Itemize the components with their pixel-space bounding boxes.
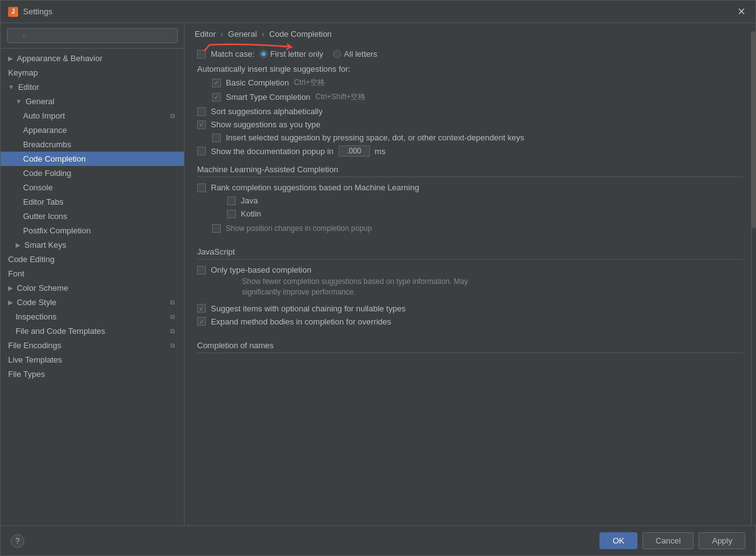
insert-selected-label: Insert selected suggestion by pressing s… — [226, 133, 524, 142]
sidebar-item-color-scheme[interactable]: ▶ Color Scheme — [1, 281, 184, 295]
sidebar-item-label: General — [26, 97, 54, 106]
sidebar-item-file-types[interactable]: File Types — [1, 367, 184, 381]
sidebar-item-smart-keys[interactable]: ▶ Smart Keys — [1, 238, 184, 252]
sidebar-item-label: Code Folding — [23, 168, 71, 178]
sidebar-item-label: Smart Keys — [24, 240, 66, 250]
sidebar-item-code-editing[interactable]: Code Editing — [1, 252, 184, 266]
js-type-based-label: Only type-based completion — [211, 265, 311, 275]
js-type-based-checkbox[interactable] — [197, 266, 206, 275]
ml-rank-checkbox[interactable] — [197, 183, 206, 192]
sidebar-item-breadcrumbs[interactable]: Breadcrumbs — [1, 137, 184, 152]
titlebar: J Settings ✕ — [1, 1, 755, 23]
show-doc-popup-label: Show the documentation popup in — [211, 147, 334, 156]
show-suggestions-row: Show suggestions as you type — [197, 118, 743, 131]
show-suggestions-checkbox[interactable] — [197, 120, 206, 129]
nav-tree: ▶ Appearance & Behavior Keymap ▼ Editor … — [1, 49, 184, 525]
sidebar-item-file-code-templates[interactable]: File and Code Templates ⧉ — [1, 324, 184, 338]
match-case-label: Match case: — [211, 49, 254, 59]
expand-method-row: Expand method bodies in completion for o… — [197, 315, 743, 328]
smart-type-checkbox[interactable] — [212, 93, 221, 102]
scrollbar-thumb[interactable] — [752, 31, 755, 228]
sidebar-item-label: File and Code Templates — [16, 326, 105, 336]
copy-icon: ⧉ — [168, 341, 177, 350]
sidebar-item-editor-tabs[interactable]: Editor Tabs — [1, 195, 184, 209]
doc-popup-value-input[interactable] — [339, 145, 370, 157]
right-panel: Editor › General › Code Completion Match… — [185, 23, 755, 525]
close-button[interactable]: ✕ — [735, 6, 748, 17]
sidebar-item-label: Breadcrumbs — [23, 140, 71, 149]
sidebar-item-appearance-behavior[interactable]: ▶ Appearance & Behavior — [1, 51, 184, 66]
action-buttons: OK Cancel Apply — [599, 532, 745, 549]
breadcrumb: Editor › General › Code Completion — [185, 23, 755, 42]
radio-first-letter-label: First letter only — [270, 49, 323, 59]
sort-alpha-checkbox[interactable] — [197, 107, 206, 116]
js-section-title: JavaScript — [197, 241, 743, 260]
apply-button[interactable]: Apply — [699, 532, 745, 549]
help-button[interactable]: ? — [11, 534, 24, 548]
search-wrapper: ⌕ — [7, 28, 178, 43]
suggest-optional-label: Suggest items with optional chaining for… — [211, 304, 405, 313]
js-type-based-row: Only type-based completion — [197, 263, 743, 276]
sidebar-item-label: Keymap — [8, 68, 38, 77]
ml-kotlin-row: Kotlin — [197, 207, 743, 220]
bottom-bar: ? OK Cancel Apply — [1, 525, 755, 555]
suggest-optional-checkbox[interactable] — [197, 304, 206, 313]
triangle-icon: ▶ — [16, 241, 21, 248]
sidebar-item-code-completion[interactable]: Code Completion — [1, 152, 184, 166]
sidebar-item-inspections[interactable]: Inspections ⧉ — [1, 310, 184, 324]
ml-rank-label: Rank completion suggestions based on Mac… — [211, 183, 419, 192]
sort-alpha-label: Sort suggestions alphabetically — [211, 107, 322, 116]
breadcrumb-part3: Code Completion — [269, 29, 331, 39]
settings-area: Match case: First letter only All letter… — [185, 42, 755, 525]
sidebar-item-label: Font — [8, 269, 24, 278]
sidebar-item-gutter-icons[interactable]: Gutter Icons — [1, 209, 184, 223]
match-case-checkbox[interactable] — [197, 50, 206, 59]
sidebar-item-code-style[interactable]: ▶ Code Style ⧉ — [1, 295, 184, 310]
expand-method-label: Expand method bodies in completion for o… — [211, 317, 391, 326]
cancel-button[interactable]: Cancel — [642, 532, 694, 549]
ml-kotlin-checkbox[interactable] — [227, 210, 236, 218]
ok-button[interactable]: OK — [599, 532, 637, 549]
scrollbar-track[interactable] — [751, 31, 755, 525]
sidebar-item-label: Appearance — [23, 125, 67, 135]
app-icon: J — [8, 7, 18, 17]
sidebar-item-auto-import[interactable]: Auto Import ⧉ — [1, 109, 184, 123]
sidebar-item-live-templates[interactable]: Live Templates — [1, 353, 184, 367]
sidebar-item-label: Editor Tabs — [23, 197, 64, 207]
sidebar-item-code-folding[interactable]: Code Folding — [1, 166, 184, 180]
sidebar-item-label: Editor — [18, 82, 39, 92]
sidebar-item-keymap[interactable]: Keymap — [1, 66, 184, 80]
ml-show-position-checkbox[interactable] — [212, 224, 221, 233]
sidebar-item-label: Code Completion — [23, 154, 85, 163]
copy-icon: ⧉ — [168, 298, 177, 307]
sidebar-item-label: Appearance & Behavior — [17, 54, 102, 63]
suggest-optional-row: Suggest items with optional chaining for… — [197, 299, 743, 315]
show-doc-popup-checkbox[interactable] — [197, 147, 206, 155]
breadcrumb-part1: Editor — [195, 29, 216, 39]
sidebar-item-file-encodings[interactable]: File Encodings ⧉ — [1, 338, 184, 353]
sidebar-item-editor[interactable]: ▼ Editor — [1, 80, 184, 94]
sidebar-item-label: Inspections — [16, 312, 57, 321]
titlebar-title: Settings — [23, 7, 52, 16]
sidebar-item-general[interactable]: ▼ General — [1, 94, 184, 109]
sidebar-item-postfix-completion[interactable]: Postfix Completion — [1, 223, 184, 238]
search-input[interactable] — [7, 28, 178, 43]
radio-all-letters[interactable] — [333, 50, 341, 58]
sidebar-item-label: Gutter Icons — [23, 212, 67, 221]
ml-java-label: Java — [241, 196, 258, 205]
sidebar-item-console[interactable]: Console — [1, 180, 184, 195]
basic-completion-checkbox[interactable] — [212, 79, 221, 87]
insert-selected-checkbox[interactable] — [212, 134, 221, 142]
radio-first-letter[interactable] — [259, 50, 268, 58]
sidebar-item-label: File Types — [8, 369, 45, 379]
search-box: ⌕ — [1, 23, 184, 49]
ml-show-position-row: Show position changes in completion popu… — [197, 220, 743, 235]
sidebar-item-appearance[interactable]: Appearance — [1, 123, 184, 137]
expand-method-checkbox[interactable] — [197, 317, 206, 326]
titlebar-left: J Settings — [8, 7, 52, 17]
breadcrumb-sep1: › — [221, 29, 223, 39]
completion-names-title: Completion of names — [197, 334, 743, 353]
ml-java-checkbox[interactable] — [227, 197, 236, 205]
sidebar-item-font[interactable]: Font — [1, 266, 184, 281]
match-case-row: Match case: First letter only All letter… — [197, 47, 743, 61]
